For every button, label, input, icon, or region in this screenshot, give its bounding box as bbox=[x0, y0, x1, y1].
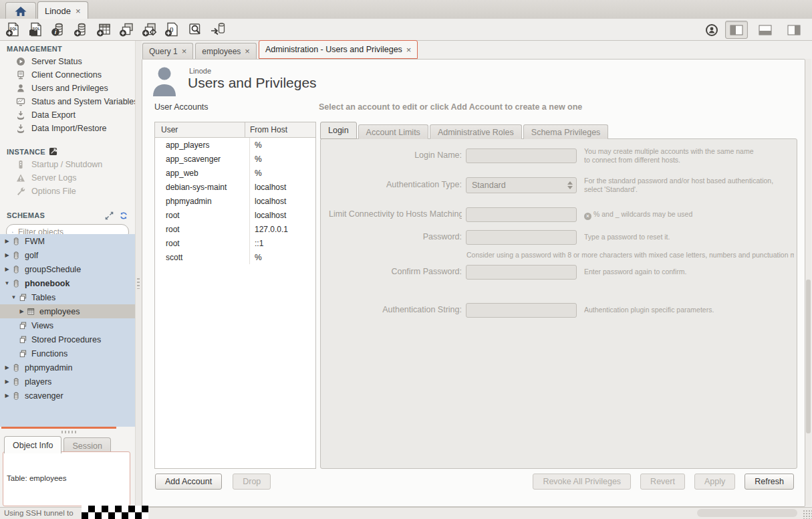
tab-employees[interactable]: employees × bbox=[195, 43, 257, 59]
workbench-status-icon bbox=[704, 23, 719, 37]
chevron-down-icon[interactable]: ▼ bbox=[10, 294, 17, 300]
chevron-right-icon[interactable]: ▶ bbox=[3, 379, 11, 385]
sidebar-item-server-logs[interactable]: Server Logs bbox=[0, 171, 135, 185]
connection-tab-label: Linode bbox=[45, 6, 71, 16]
sidebar-item-data-export[interactable]: Data Export bbox=[0, 108, 135, 122]
editor-tab-bar: Query 1 × employees × Administration - U… bbox=[142, 41, 418, 59]
auth-type-select[interactable]: Standard bbox=[466, 177, 577, 193]
tree-item-fwm[interactable]: ▶ FWM bbox=[0, 234, 135, 248]
functions-icon bbox=[18, 349, 27, 358]
toggle-left-sidebar-button[interactable] bbox=[725, 21, 748, 39]
tree-item-employees[interactable]: ▶ employees bbox=[0, 304, 135, 318]
create-procedure-icon[interactable] bbox=[142, 21, 158, 37]
create-schema-icon[interactable] bbox=[74, 21, 90, 37]
table-row[interactable]: app_web% bbox=[155, 166, 315, 180]
tab-login[interactable]: Login bbox=[320, 122, 357, 139]
sidebar-item-data-import[interactable]: Data Import/Restore bbox=[0, 122, 135, 135]
tab-administrative-roles[interactable]: Administrative Roles bbox=[430, 124, 522, 139]
table-row[interactable]: root::1 bbox=[155, 236, 315, 250]
accounts-header-row: User From Host bbox=[155, 122, 315, 138]
tab-account-limits[interactable]: Account Limits bbox=[358, 124, 428, 139]
expand-panel-icon[interactable] bbox=[105, 211, 114, 220]
close-icon[interactable]: × bbox=[76, 7, 81, 15]
chevron-right-icon[interactable]: ▶ bbox=[18, 308, 25, 314]
confirm-password-field[interactable] bbox=[466, 265, 577, 280]
login-name-field[interactable] bbox=[466, 148, 577, 163]
home-tab[interactable] bbox=[5, 2, 36, 19]
password-advice-note: Consider using a password with 8 or more… bbox=[466, 251, 794, 259]
toolbar-left-group bbox=[5, 21, 226, 37]
right-panel-icon bbox=[787, 25, 801, 35]
chevron-right-icon[interactable]: ▶ bbox=[3, 266, 11, 272]
create-table-icon[interactable] bbox=[96, 21, 112, 37]
vertical-scrollbar[interactable] bbox=[805, 59, 811, 506]
search-table-data-icon[interactable] bbox=[187, 21, 203, 37]
table-row[interactable]: scott% bbox=[155, 250, 315, 264]
tab-query-1[interactable]: Query 1 × bbox=[142, 43, 193, 59]
sidebar-item-options-file[interactable]: Options File bbox=[0, 185, 135, 198]
table-row[interactable]: phpmyadminlocalhost bbox=[155, 194, 315, 208]
data-transfer-icon[interactable] bbox=[210, 21, 226, 37]
tree-item-players[interactable]: ▶ players bbox=[0, 375, 135, 389]
drop-button[interactable]: Drop bbox=[233, 474, 271, 490]
close-icon[interactable]: × bbox=[245, 47, 250, 56]
toggle-bottom-panel-button[interactable] bbox=[754, 21, 777, 39]
connection-tab[interactable]: Linode × bbox=[37, 1, 88, 19]
sidebar-item-client-connections[interactable]: Client Connections bbox=[0, 68, 135, 82]
login-name-label: Login Name: bbox=[323, 150, 462, 160]
chevron-right-icon[interactable]: ▶ bbox=[3, 238, 11, 244]
table-row[interactable]: app_players% bbox=[155, 138, 315, 152]
sidebar-item-server-status[interactable]: Server Status bbox=[0, 55, 135, 68]
sidebar-item-status-system-variables[interactable]: Status and System Variables bbox=[0, 95, 135, 108]
chevron-down-icon[interactable]: ▼ bbox=[3, 280, 11, 286]
tree-item-tables[interactable]: ▼ Tables bbox=[0, 290, 135, 304]
close-icon[interactable]: × bbox=[182, 47, 187, 56]
column-header-from-host[interactable]: From Host bbox=[245, 125, 287, 134]
schema-icon bbox=[11, 251, 21, 260]
table-row[interactable]: app_scavenger% bbox=[155, 152, 315, 166]
revoke-all-privileges-button[interactable]: Revoke All Privileges bbox=[533, 474, 631, 490]
tree-item-scavenger[interactable]: ▶ scavenger bbox=[0, 389, 135, 403]
toggle-right-sidebar-button[interactable] bbox=[783, 21, 805, 39]
refresh-button[interactable]: Refresh bbox=[745, 474, 794, 490]
login-name-hint: You may create multiple accounts with th… bbox=[584, 147, 793, 165]
close-icon[interactable]: × bbox=[406, 45, 412, 54]
open-sql-script-icon[interactable] bbox=[28, 21, 44, 37]
tab-schema-privileges[interactable]: Schema Privileges bbox=[523, 124, 609, 139]
tree-item-golf[interactable]: ▶ golf bbox=[0, 248, 135, 262]
horizontal-splitter-highlight[interactable] bbox=[1, 427, 116, 429]
chevron-right-icon[interactable]: ▶ bbox=[3, 252, 11, 258]
database-info-icon[interactable] bbox=[51, 21, 67, 37]
chevron-right-icon[interactable]: ▶ bbox=[3, 393, 11, 399]
client-connections-icon bbox=[16, 70, 25, 80]
tab-admin-users-privileges[interactable]: Administration - Users and Privileges × bbox=[259, 40, 418, 59]
create-function-icon[interactable] bbox=[164, 21, 180, 37]
scrollbar-thumb[interactable] bbox=[806, 280, 811, 433]
sidebar-item-users-and-privileges[interactable]: Users and Privileges bbox=[0, 82, 135, 95]
password-field[interactable] bbox=[466, 230, 577, 245]
revert-button[interactable]: Revert bbox=[640, 474, 685, 490]
add-account-button[interactable]: Add Account bbox=[155, 474, 222, 490]
tree-item-views[interactable]: Views bbox=[0, 318, 135, 332]
tree-item-stored-procedures[interactable]: Stored Procedures bbox=[0, 332, 135, 346]
window-resize-grip[interactable] bbox=[803, 510, 812, 519]
tree-item-phonebook[interactable]: ▼ phonebook bbox=[0, 276, 135, 290]
column-header-user[interactable]: User bbox=[155, 122, 245, 137]
tree-item-phpmyadmin[interactable]: ▶ phpmyadmin bbox=[0, 360, 135, 375]
table-row[interactable]: root127.0.0.1 bbox=[155, 222, 315, 236]
sidebar-item-startup-shutdown[interactable]: Startup / Shutdown bbox=[0, 158, 135, 171]
tree-item-groupschedule[interactable]: ▶ groupSchedule bbox=[0, 262, 135, 276]
limit-hosts-field[interactable] bbox=[466, 207, 577, 222]
refresh-schemas-icon[interactable] bbox=[119, 211, 128, 220]
tab-object-info[interactable]: Object Info bbox=[4, 436, 61, 453]
splitter-grip[interactable] bbox=[61, 431, 76, 433]
tree-item-functions[interactable]: Functions bbox=[0, 346, 135, 360]
create-view-icon[interactable] bbox=[119, 21, 135, 37]
table-row[interactable]: debian-sys-maintlocalhost bbox=[155, 180, 315, 194]
auth-string-field[interactable] bbox=[466, 303, 577, 318]
bottom-panel-icon bbox=[759, 25, 772, 35]
chevron-right-icon[interactable]: ▶ bbox=[3, 365, 11, 371]
apply-button[interactable]: Apply bbox=[694, 474, 735, 490]
new-query-tab-icon[interactable] bbox=[5, 21, 21, 37]
table-row[interactable]: rootlocalhost bbox=[155, 208, 315, 222]
